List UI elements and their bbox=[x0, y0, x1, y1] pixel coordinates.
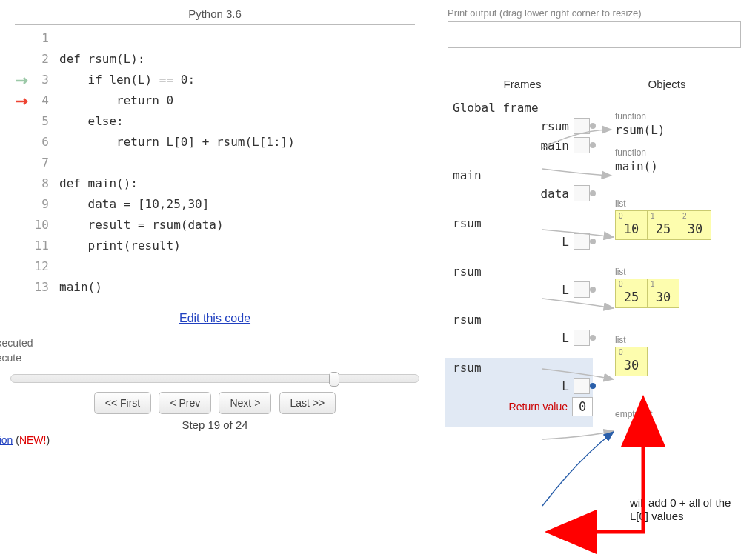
current-line-arrow bbox=[15, 90, 34, 111]
return-value: 0 bbox=[572, 397, 593, 416]
object-list-1: 010 125 230 bbox=[615, 210, 741, 240]
objects-header: Objects bbox=[593, 78, 741, 90]
output-label: Print output (drag lower right corner to… bbox=[448, 7, 741, 19]
language-title: Python 3.6 bbox=[0, 7, 430, 20]
edit-code-link[interactable]: Edit this code bbox=[0, 312, 430, 325]
first-button[interactable]: << First bbox=[94, 392, 151, 414]
frames-header: Frames bbox=[452, 78, 593, 90]
handwritten-annotation: will add 0 + all of the L[0] values bbox=[630, 496, 741, 523]
objects-column: function rsum(L) function main() list 01… bbox=[615, 111, 741, 419]
object-function-main: main() bbox=[615, 159, 741, 173]
slider-thumb[interactable] bbox=[329, 372, 339, 387]
step-counter: Step 19 of 24 bbox=[0, 419, 430, 431]
object-empty-list: empty list bbox=[615, 409, 741, 419]
prev-line-arrow bbox=[15, 70, 34, 90]
object-list-2: 025 130 bbox=[615, 279, 741, 308]
frame-rsum-4-active: rsum L Return value 0 bbox=[445, 358, 593, 427]
object-list-3: 030 bbox=[615, 347, 741, 376]
output-area[interactable] bbox=[448, 21, 741, 48]
code-editor: 1 2def rsum(L): 3 if len(L) == 0: 4 retu… bbox=[15, 24, 415, 301]
prev-button[interactable]: < Prev bbox=[159, 392, 211, 414]
frame-rsum-3: rsum L bbox=[445, 310, 593, 353]
last-button[interactable]: Last >> bbox=[279, 392, 336, 414]
frame-main: main data bbox=[445, 165, 593, 209]
frame-rsum-1: rsum L bbox=[445, 213, 593, 257]
step-slider[interactable] bbox=[10, 374, 419, 383]
frame-global: Global frame rsum main bbox=[445, 98, 593, 161]
next-button[interactable]: Next > bbox=[219, 392, 271, 414]
object-function-rsum: rsum(L) bbox=[615, 123, 741, 137]
bottom-link: zation (NEW!) bbox=[0, 434, 430, 446]
frame-rsum-2: rsum L bbox=[445, 261, 593, 305]
status-text: t executed execute bbox=[0, 336, 430, 365]
